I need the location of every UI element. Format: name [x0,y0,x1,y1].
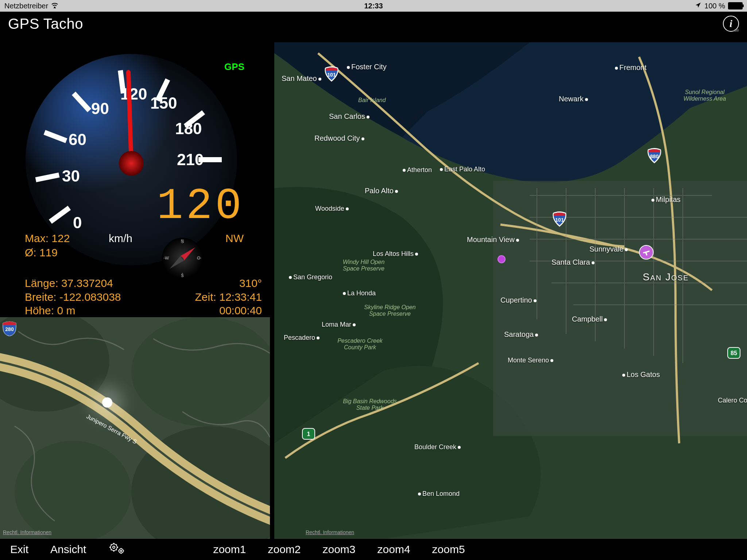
highway-shield-101b: 101 [551,211,568,227]
city-label: Redwood City [314,134,366,143]
svg-line-19 [128,72,131,163]
city-label: Boulder Creek [414,443,462,451]
app-title: GPS Tacho [8,16,83,32]
view-button[interactable]: Ansicht [50,543,86,556]
speed-unit: km/h [109,231,132,245]
svg-point-0 [54,7,55,8]
svg-line-57 [111,549,112,550]
svg-text:120: 120 [120,85,147,103]
svg-text:85: 85 [731,350,737,356]
legal-link-minimap[interactable]: Rechtl. Informationen [3,529,51,535]
city-label: San Carlos [329,112,371,121]
city-label: Pescadero [284,334,321,342]
highway-shield-280: 280 [1,320,18,336]
city-label: Sunnyvale [589,245,629,253]
speedometer-panel: GPS [0,36,270,317]
svg-text:880: 880 [650,153,659,159]
compass-icon: N S W O [160,236,204,280]
elapsed: 00:00:40 [163,304,262,318]
city-label: La Honda [341,289,376,297]
svg-text:1: 1 [307,431,310,437]
coordinates: Länge: 37.337204 Breite: -122.083038 Höh… [25,276,121,318]
location-icon [695,2,701,10]
park-label: Big Basin Redwoods State Park [337,398,403,411]
park-label: Bair Island [358,97,386,104]
time: Zeit: 12:33:41 [163,290,262,304]
wifi-icon [51,2,58,10]
max-speed: Max: 122 [25,231,70,245]
altitude: Höhe: 0 m [25,304,121,318]
city-label: Monte Sereno [508,357,555,364]
city-label-sanjose: San Jose [643,271,689,283]
lang-label: de [734,28,739,33]
svg-line-55 [111,544,112,545]
city-label: Campbell [572,315,608,323]
city-label: Mountain View [467,236,520,244]
svg-text:280: 280 [5,326,14,332]
svg-line-58 [116,544,117,545]
svg-text:W: W [165,256,169,261]
digital-speed: 120 [157,182,244,231]
city-label: San Mateo [282,74,323,83]
battery-icon [728,2,743,9]
highway-shield-880: 880 [646,147,662,163]
svg-line-56 [116,549,117,550]
battery-label: 100 % [704,2,725,10]
zoom4-button[interactable]: zoom4 [378,543,410,556]
city-label: Atherton [401,166,432,174]
main-map[interactable]: 101 101 880 85 1 Foster City San Mateo F… [274,42,747,539]
city-label: Newark [559,95,589,103]
svg-point-20 [119,151,144,176]
svg-text:0: 0 [73,214,82,232]
svg-text:180: 180 [175,120,202,137]
svg-text:60: 60 [69,131,86,148]
city-label: San Gregorio [287,273,332,281]
city-label: Cupertino [500,296,538,304]
highway-shield-85: 85 [726,345,742,361]
city-label: Foster City [345,63,387,71]
zoom5-button[interactable]: zoom5 [432,543,465,556]
city-label: Ben Lomond [417,490,460,498]
legal-link-bigmap[interactable]: Rechtl. Informationen [306,529,354,535]
svg-point-60 [120,550,122,552]
svg-text:30: 30 [62,167,80,185]
svg-point-59 [119,549,123,553]
city-label: Santa Clara [551,258,596,267]
heading: 310° [163,276,262,290]
city-label: Woodside [315,205,350,213]
city-label: Loma Mar [322,321,357,328]
city-label: Saratoga [504,330,539,339]
svg-text:101: 101 [327,72,336,78]
location-marker [498,255,506,263]
svg-text:O: O [197,256,200,261]
compass-direction: NW [218,231,244,245]
park-label: Pescadero Creek County Park [333,338,387,350]
status-bar: Netzbetreiber 12:33 100 % [0,0,747,12]
zoom2-button[interactable]: zoom2 [268,543,301,556]
current-location-dot [102,397,112,408]
app-header: GPS Tacho i de [0,12,747,36]
bottom-toolbar: Exit Ansicht zoom1 zoom2 zoom3 zoom4 zoo… [0,539,747,560]
airport-icon [639,245,654,260]
svg-text:210: 210 [177,151,204,168]
settings-button[interactable] [108,542,125,557]
park-label: Windy Hill Open Space Preserve [336,259,391,272]
svg-text:101: 101 [555,217,564,223]
zoom3-button[interactable]: zoom3 [323,543,356,556]
mini-map[interactable]: 280 Junipero Serra Fwy S Rechtl. Informa… [0,317,270,539]
park-label: Sunol Regional Wilderness Area [676,89,734,102]
svg-point-50 [113,546,115,548]
city-label: Palo Alto [365,187,399,195]
clock: 12:33 [364,2,383,10]
svg-text:150: 150 [150,94,177,112]
city-label: East Palo Alto [438,166,485,173]
highway-shield-101a: 101 [324,66,340,82]
zoom1-button[interactable]: zoom1 [213,543,246,556]
highway-shield-1: 1 [301,426,317,442]
carrier-label: Netzbetreiber [4,2,48,10]
city-label: Fremont [614,63,646,72]
svg-rect-39 [493,181,747,436]
exit-button[interactable]: Exit [10,543,28,556]
speed-stats: Max: 122 Ø: 119 km/h NW [25,231,70,260]
latitude: Breite: -122.083038 [25,290,121,304]
